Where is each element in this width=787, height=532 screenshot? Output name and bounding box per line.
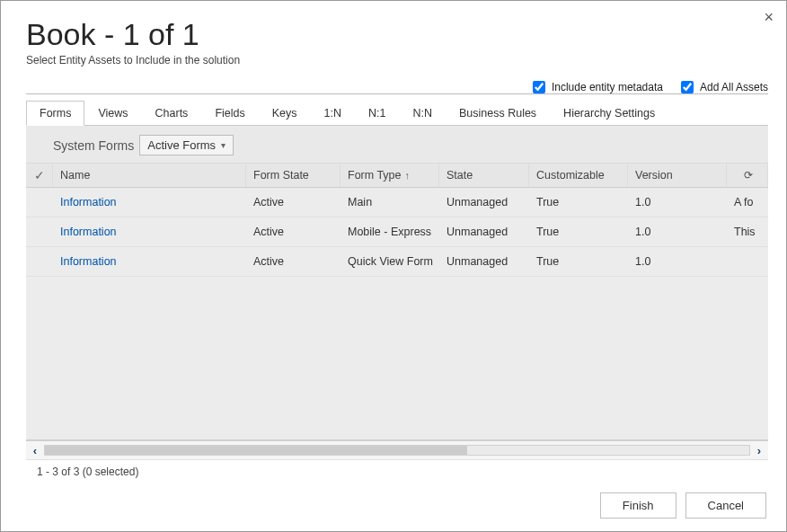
row-extra: This xyxy=(727,217,768,246)
view-selector-value: Active Forms xyxy=(147,138,216,152)
horizontal-scrollbar[interactable]: ‹ › xyxy=(26,440,768,459)
tab-hierarchy-settings[interactable]: Hierarchy Settings xyxy=(550,101,668,126)
row-version: 1.0 xyxy=(628,247,727,276)
row-checkbox[interactable] xyxy=(26,247,53,276)
tab-charts[interactable]: Charts xyxy=(142,101,202,126)
tab-1n[interactable]: 1:N xyxy=(311,101,355,126)
finish-button[interactable]: Finish xyxy=(600,492,676,519)
col-select-all[interactable]: ✓ xyxy=(26,164,53,187)
tab-nn[interactable]: N:N xyxy=(399,101,446,126)
sort-asc-icon: ↑ xyxy=(405,170,411,181)
view-bar-label: System Forms xyxy=(53,138,134,153)
row-checkbox[interactable] xyxy=(26,217,53,246)
footer-buttons: Finish Cancel xyxy=(600,492,766,519)
col-state[interactable]: State xyxy=(439,164,529,187)
include-metadata-label: Include entity metadata xyxy=(552,81,663,93)
row-customizable: True xyxy=(529,188,628,217)
row-extra xyxy=(727,247,768,276)
tab-forms[interactable]: Forms xyxy=(26,101,84,126)
close-icon[interactable]: × xyxy=(764,8,774,27)
scroll-right-icon[interactable]: › xyxy=(750,444,768,457)
include-metadata-input[interactable] xyxy=(533,81,545,93)
grid-body: Information Active Main Unmanaged True 1… xyxy=(26,188,768,439)
tab-fields[interactable]: Fields xyxy=(201,101,258,126)
add-all-assets-label: Add All Assets xyxy=(700,81,768,93)
grid-row[interactable]: Information Active Main Unmanaged True 1… xyxy=(26,188,768,217)
tab-keys[interactable]: Keys xyxy=(259,101,311,126)
row-state: Unmanaged xyxy=(439,247,529,276)
grid-row[interactable]: Information Active Quick View Form Unman… xyxy=(26,247,768,277)
header: Book - 1 of 1 Select Entity Assets to In… xyxy=(1,1,786,72)
dialog-select-entity-assets: × Book - 1 of 1 Select Entity Assets to … xyxy=(0,0,787,532)
row-extra: A fo xyxy=(727,188,768,217)
row-form-state: Active xyxy=(246,247,340,276)
row-form-state: Active xyxy=(246,217,340,246)
scroll-track[interactable] xyxy=(44,445,750,456)
col-form-state[interactable]: Form State xyxy=(246,164,340,187)
view-bar: System Forms Active Forms ▾ xyxy=(26,126,768,164)
header-options: Include entity metadata Add All Assets xyxy=(529,78,768,96)
row-form-type: Quick View Form xyxy=(340,247,439,276)
row-checkbox[interactable] xyxy=(26,188,53,217)
row-form-type: Mobile - Express xyxy=(340,217,439,246)
row-version: 1.0 xyxy=(628,188,727,217)
forms-grid: ✓ Name Form State Form Type ↑ State Cust… xyxy=(26,164,768,440)
tab-business-rules[interactable]: Business Rules xyxy=(446,101,550,126)
col-refresh[interactable]: ⟳ xyxy=(727,164,768,187)
check-icon: ✓ xyxy=(34,168,45,182)
refresh-icon: ⟳ xyxy=(744,169,760,182)
status-bar: 1 - 3 of 3 (0 selected) xyxy=(26,459,768,483)
add-all-assets-checkbox[interactable]: Add All Assets xyxy=(677,78,768,96)
row-state: Unmanaged xyxy=(439,188,529,217)
row-version: 1.0 xyxy=(628,217,727,246)
row-form-state: Active xyxy=(246,188,340,217)
row-customizable: True xyxy=(529,217,628,246)
cancel-button[interactable]: Cancel xyxy=(685,492,766,519)
chevron-down-icon: ▾ xyxy=(221,140,225,150)
page-subtitle: Select Entity Assets to Include in the s… xyxy=(26,54,761,66)
scroll-thumb[interactable] xyxy=(45,446,467,455)
col-customizable[interactable]: Customizable xyxy=(529,164,628,187)
row-name-link[interactable]: Information xyxy=(60,226,117,238)
scroll-left-icon[interactable]: ‹ xyxy=(26,444,44,457)
col-form-type-label: Form Type xyxy=(348,169,402,182)
tab-n1[interactable]: N:1 xyxy=(355,101,399,126)
include-metadata-checkbox[interactable]: Include entity metadata xyxy=(529,78,663,96)
view-selector-dropdown[interactable]: Active Forms ▾ xyxy=(139,135,234,155)
page-title: Book - 1 of 1 xyxy=(26,17,761,52)
row-state: Unmanaged xyxy=(439,217,529,246)
col-version[interactable]: Version xyxy=(628,164,727,187)
tab-strip: Forms Views Charts Fields Keys 1:N N:1 N… xyxy=(26,100,768,126)
col-form-type[interactable]: Form Type ↑ xyxy=(340,164,439,187)
col-name[interactable]: Name xyxy=(53,164,246,187)
grid-header: ✓ Name Form State Form Type ↑ State Cust… xyxy=(26,164,768,188)
row-name-link[interactable]: Information xyxy=(60,196,117,208)
tab-views[interactable]: Views xyxy=(84,101,141,126)
row-customizable: True xyxy=(529,247,628,276)
row-name-link[interactable]: Information xyxy=(60,255,117,268)
add-all-assets-input[interactable] xyxy=(681,81,694,93)
grid-row[interactable]: Information Active Mobile - Express Unma… xyxy=(26,217,768,247)
row-form-type: Main xyxy=(340,188,439,217)
